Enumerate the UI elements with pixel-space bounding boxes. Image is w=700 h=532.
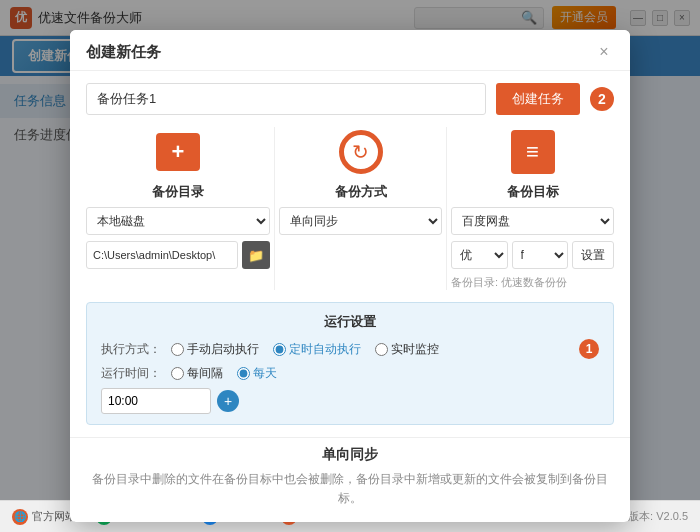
time-input-row: + — [101, 388, 599, 414]
modal-title: 创建新任务 — [86, 43, 161, 62]
exec-mode-radio-group: 手动启动执行 定时自动执行 实时监控 — [171, 341, 439, 358]
col3-target-select[interactable]: 百度网盘 — [451, 207, 614, 235]
modal-top-row: 创建任务 2 — [70, 71, 630, 127]
exec-realtime-label: 实时监控 — [391, 341, 439, 358]
version-info: 版本: V2.0.5 — [628, 509, 688, 524]
official-site-icon: 🌐 — [12, 509, 28, 525]
col3-settings-button[interactable]: 设置 — [572, 241, 614, 269]
exec-auto-label: 定时自动执行 — [289, 341, 361, 358]
exec-mode-label: 执行方式： — [101, 341, 161, 358]
run-settings-title: 运行设置 — [101, 313, 599, 331]
col3-label: 备份目标 — [507, 183, 559, 201]
run-settings-panel: 运行设置 执行方式： 手动启动执行 定时自动执行 实时监控 — [86, 302, 614, 425]
folder-browse-button[interactable] — [242, 241, 270, 269]
col-backup-dir: 备份目录 本地磁盘 — [86, 127, 270, 290]
modal-overlay: 创建新任务 × 创建任务 2 备份目录 本地磁盘 — [0, 0, 700, 500]
col2-method-select[interactable]: 单向同步 — [279, 207, 442, 235]
time-interval-label: 每间隔 — [187, 365, 223, 382]
create-task-modal: 创建新任务 × 创建任务 2 备份目录 本地磁盘 — [70, 30, 630, 522]
col3-subgrade-select[interactable]: f — [512, 241, 569, 269]
col3-hint: 备份目录: 优速数备份份 — [451, 275, 567, 290]
info-text: 备份目录中删除的文件在备份目标中也会被删除，备份目录中新增或更新的文件会被复制到… — [86, 470, 614, 508]
backup-dir-icon — [153, 127, 203, 177]
col-backup-method: 备份方式 单向同步 — [279, 127, 442, 290]
backup-target-icon — [508, 127, 558, 177]
col1-path-row — [86, 241, 270, 269]
step-2-badge: 2 — [590, 87, 614, 111]
task-name-input[interactable] — [86, 83, 486, 115]
time-daily-label: 每天 — [253, 365, 277, 382]
exec-manual-option[interactable]: 手动启动执行 — [171, 341, 259, 358]
col1-path-input[interactable] — [86, 241, 238, 269]
exec-realtime-option[interactable]: 实时监控 — [375, 341, 439, 358]
col2-label: 备份方式 — [335, 183, 387, 201]
col-backup-target: 备份目标 百度网盘 优 f 设置 备份目录: 优速数备份份 — [451, 127, 614, 290]
col-divider-1 — [274, 127, 275, 290]
time-value-input[interactable] — [101, 388, 211, 414]
official-site-link[interactable]: 🌐 官方网站 — [12, 509, 76, 525]
time-interval-option[interactable]: 每间隔 — [171, 365, 223, 382]
backup-method-icon — [336, 127, 386, 177]
info-section: 单向同步 备份目录中删除的文件在备份目标中也会被删除，备份目录中新增或更新的文件… — [70, 437, 630, 522]
exec-mode-row: 执行方式： 手动启动执行 定时自动执行 实时监控 1 — [101, 339, 599, 359]
col3-grade-select[interactable]: 优 — [451, 241, 508, 269]
confirm-create-button[interactable]: 创建任务 — [496, 83, 580, 115]
modal-close-button[interactable]: × — [594, 42, 614, 62]
run-time-radio-group: 每间隔 每天 — [171, 365, 277, 382]
step-1-badge: 1 — [579, 339, 599, 359]
time-add-button[interactable]: + — [217, 390, 239, 412]
info-title: 单向同步 — [86, 446, 614, 464]
exec-manual-label: 手动启动执行 — [187, 341, 259, 358]
modal-header: 创建新任务 × — [70, 30, 630, 71]
col-divider-2 — [446, 127, 447, 290]
three-columns: 备份目录 本地磁盘 备份方式 单向同步 — [70, 127, 630, 302]
col3-grade-row: 优 f 设置 — [451, 241, 614, 269]
folder-add-icon — [156, 133, 200, 171]
run-time-label: 运行时间： — [101, 365, 161, 382]
target-icon — [511, 130, 555, 174]
col1-label: 备份目录 — [152, 183, 204, 201]
col1-type-select[interactable]: 本地磁盘 — [86, 207, 270, 235]
time-daily-option[interactable]: 每天 — [237, 365, 277, 382]
sync-icon — [339, 130, 383, 174]
exec-auto-option[interactable]: 定时自动执行 — [273, 341, 361, 358]
run-time-row: 运行时间： 每间隔 每天 — [101, 365, 599, 382]
